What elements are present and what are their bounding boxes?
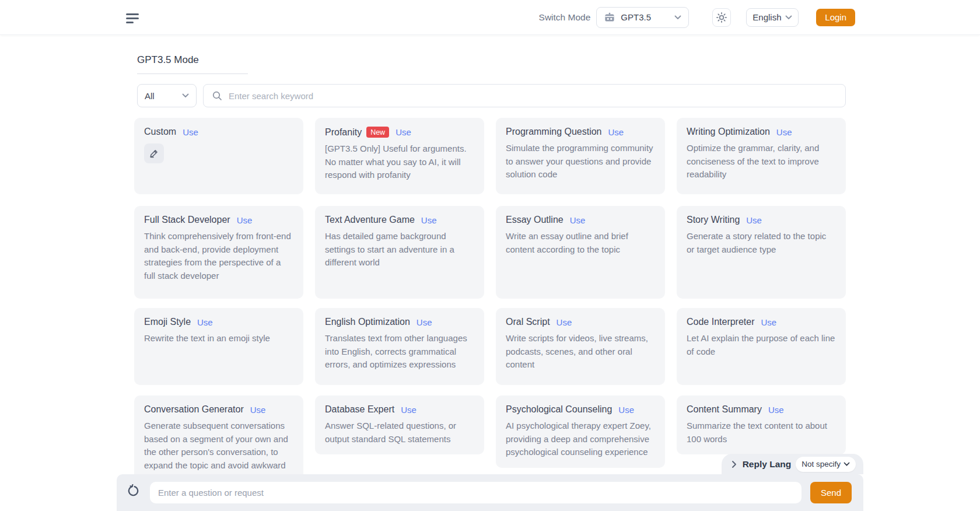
card-description: Has detailed game background settings to… — [325, 230, 474, 270]
prompt-card: Profanity New Use [GPT3.5 Only] Useful f… — [315, 118, 484, 194]
top-header: Switch Mode GPT3.5 — [0, 0, 980, 35]
chat-input-bar: Reply Lang Not specify Send — [117, 474, 863, 511]
use-link[interactable]: Use — [197, 317, 213, 327]
login-button[interactable]: Login — [816, 9, 855, 26]
chevron-right-icon[interactable] — [732, 460, 737, 468]
card-title: Custom — [144, 127, 176, 137]
card-title: Full Stack Developer — [144, 215, 230, 225]
use-link[interactable]: Use — [618, 405, 634, 415]
card-description: Think comprehensively from front-end and… — [144, 230, 293, 282]
use-link[interactable]: Use — [250, 405, 266, 415]
card-title: Psychological Counseling — [506, 404, 612, 415]
use-link[interactable]: Use — [761, 317, 777, 327]
card-title: Programming Question — [506, 127, 602, 137]
card-description: Write an essay outline and brief content… — [506, 230, 655, 256]
refresh-button[interactable] — [127, 484, 140, 498]
use-link[interactable]: Use — [768, 405, 784, 415]
prompt-card: Oral Script Use Write scripts for videos… — [496, 308, 665, 385]
prompt-card: Code Interpreter Use Let AI explain the … — [677, 308, 846, 385]
prompt-card: Programming Question Use Simulate the pr… — [496, 118, 665, 194]
card-title: Story Writing — [687, 215, 740, 225]
language-select-value: English — [752, 12, 785, 22]
card-description: Optimize the grammar, clarity, and conci… — [687, 142, 836, 181]
theme-toggle-button[interactable] — [712, 8, 731, 27]
use-link[interactable]: Use — [776, 127, 792, 137]
question-input[interactable] — [150, 482, 802, 503]
use-link[interactable]: Use — [556, 317, 572, 327]
language-select[interactable]: English — [746, 8, 799, 27]
use-link[interactable]: Use — [237, 215, 253, 225]
chevron-down-icon — [844, 462, 850, 467]
card-description: Summarize the text content to about 100 … — [687, 419, 836, 446]
prompt-card: Full Stack Developer Use Think comprehen… — [134, 206, 303, 299]
reply-lang-panel: Reply Lang Not specify — [722, 454, 863, 474]
prompt-card: English Optimization Use Translates text… — [315, 308, 484, 385]
chevron-down-icon — [182, 93, 189, 98]
new-badge: New — [366, 127, 389, 138]
card-title: Code Interpreter — [687, 317, 755, 327]
card-title: Emoji Style — [144, 317, 191, 327]
reply-lang-label: Reply Lang — [743, 459, 792, 470]
card-description: Let AI explain the purpose of each line … — [687, 332, 836, 358]
use-link[interactable]: Use — [608, 127, 624, 137]
card-description: Write scripts for videos, live streams, … — [506, 332, 655, 372]
chevron-down-icon — [785, 15, 792, 20]
card-description: Answer SQL-related questions, or output … — [325, 419, 474, 446]
card-title: English Optimization — [325, 317, 410, 327]
card-description: AI psychological therapy expert Zoey, pr… — [506, 419, 655, 459]
prompt-card: Text Adventure Game Use Has detailed gam… — [315, 206, 484, 299]
use-link[interactable]: Use — [183, 127, 198, 137]
category-select[interactable]: All — [137, 84, 197, 107]
prompt-card-custom: Custom Use — [134, 118, 303, 194]
prompt-card: Story Writing Use Generate a story relat… — [677, 206, 846, 299]
search-icon — [212, 90, 222, 101]
main-content: GPT3.5 Mode All Custom Use — [134, 0, 846, 494]
search-input[interactable] — [229, 91, 837, 101]
prompt-card: Emoji Style Use Rewrite the text in an e… — [134, 308, 303, 385]
card-title: Oral Script — [506, 317, 550, 327]
reply-lang-select[interactable]: Not specify — [796, 457, 856, 472]
refresh-icon — [127, 484, 140, 498]
prompt-card: Database Expert Use Answer SQL-related q… — [315, 396, 484, 454]
sun-icon — [716, 12, 727, 23]
edit-pencil-icon — [149, 148, 159, 159]
prompt-card: Content Summary Use Summarize the text c… — [677, 396, 846, 454]
send-button[interactable]: Send — [810, 482, 852, 503]
menu-icon[interactable] — [126, 12, 140, 23]
card-title: Database Expert — [325, 404, 394, 415]
chevron-down-icon — [674, 15, 681, 20]
page-title: GPT3.5 Mode — [137, 54, 248, 74]
use-link[interactable]: Use — [401, 405, 416, 415]
card-description: Translates text from other languages int… — [325, 332, 474, 372]
use-link[interactable]: Use — [396, 127, 411, 137]
card-description: Generate a story related to the topic or… — [687, 230, 836, 256]
card-title: Profanity — [325, 127, 362, 138]
category-select-value: All — [145, 91, 182, 101]
switch-mode-label: Switch Mode — [539, 12, 591, 23]
card-description: [GPT3.5 Only] Useful for arguments. No m… — [325, 142, 474, 182]
edit-custom-button[interactable] — [144, 144, 164, 163]
prompt-card: Psychological Counseling Use AI psycholo… — [496, 396, 665, 468]
robot-icon — [604, 12, 615, 23]
model-select[interactable]: GPT3.5 — [596, 7, 689, 28]
prompt-card: Writing Optimization Use Optimize the gr… — [677, 118, 846, 194]
model-select-value: GPT3.5 — [621, 12, 674, 22]
search-box — [203, 84, 846, 107]
card-description: Rewrite the text in an emoji style — [144, 332, 293, 345]
card-description: Simulate the programming community to an… — [506, 142, 655, 181]
use-link[interactable]: Use — [416, 317, 432, 327]
use-link[interactable]: Use — [570, 215, 586, 225]
card-title: Essay Outline — [506, 215, 564, 225]
prompt-card: Essay Outline Use Write an essay outline… — [496, 206, 665, 299]
reply-lang-value: Not specify — [802, 460, 841, 468]
card-title: Conversation Generator — [144, 404, 244, 415]
card-title: Content Summary — [687, 404, 762, 415]
use-link[interactable]: Use — [421, 215, 437, 225]
card-title: Writing Optimization — [687, 127, 770, 137]
card-title: Text Adventure Game — [325, 215, 415, 225]
use-link[interactable]: Use — [746, 215, 762, 225]
